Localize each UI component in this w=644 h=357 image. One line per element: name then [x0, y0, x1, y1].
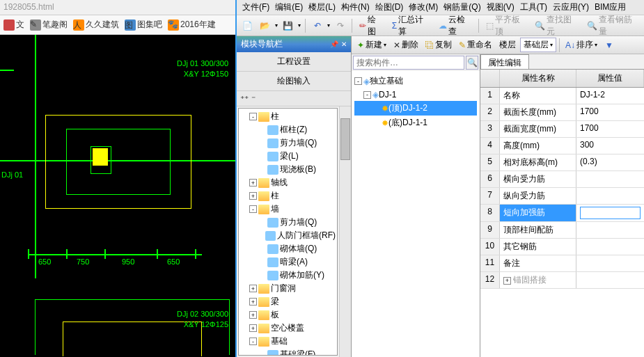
- tree-item[interactable]: 人防门框墙(RF): [240, 229, 336, 242]
- cad-label: DJj 01 300/300: [177, 59, 228, 68]
- sort-button[interactable]: A↓排序▾: [563, 38, 600, 52]
- tree-item[interactable]: 暗梁(A): [240, 255, 336, 269]
- property-row[interactable]: 5相对底标高(m)(0.3): [480, 154, 644, 171]
- property-row[interactable]: 11备注: [480, 255, 644, 272]
- property-row[interactable]: 4高度(mm)300: [480, 138, 644, 154]
- browser-url[interactable]: 1928055.html: [0, 0, 235, 15]
- cad-dim: 650: [167, 257, 180, 266]
- menu-edit[interactable]: 编辑(E): [272, 0, 306, 15]
- cad-drawing[interactable]: DJj 01 300/300 X&Y 12Φ150 DJj 01 650 750…: [0, 35, 235, 357]
- nav-mini-toolbar: ⁺⁺ ⁻: [237, 91, 351, 106]
- bookmark-item[interactable]: 文: [3, 19, 24, 31]
- component-item[interactable]: ✸ (顶)DJ-1-2: [354, 101, 477, 116]
- tree-item[interactable]: 砌体加筋(Y): [240, 269, 336, 282]
- draw-button[interactable]: ✏绘图: [356, 13, 386, 39]
- layer-select[interactable]: 基础层▾: [520, 38, 556, 52]
- component-item[interactable]: -◈ DJ-1: [354, 88, 477, 101]
- rebar-button[interactable]: 🔍查看钢筋量: [584, 13, 641, 39]
- property-row[interactable]: 7纵向受力筋: [480, 188, 644, 205]
- tree-item[interactable]: 框柱(Z): [240, 123, 336, 136]
- sum-button[interactable]: Σ汇总计算: [389, 13, 433, 39]
- pin-icon[interactable]: 📌: [330, 40, 338, 48]
- tab-property[interactable]: 属性编辑: [480, 54, 529, 69]
- property-row[interactable]: 8短向加强筋: [480, 205, 644, 222]
- header-value: 属性值: [576, 70, 644, 87]
- tree-item[interactable]: -基础: [240, 335, 336, 348]
- tree-item[interactable]: -墙: [240, 203, 336, 216]
- new-button[interactable]: ✦新建▾: [354, 38, 389, 52]
- nav-tree[interactable]: -柱框柱(Z)剪力墙(Q)梁(L)现浇板(B)+轴线+柱-墙剪力墙(Q)人防门框…: [238, 108, 338, 356]
- tree-item[interactable]: 现浇板(B): [240, 163, 336, 176]
- flat-button[interactable]: ⬚平齐板顶: [483, 13, 529, 39]
- scrollbar[interactable]: [339, 106, 351, 357]
- component-toolbar: ✦新建▾ ✕删除 ⿻复制 ✎重命名 楼层 基础层▾ A↓排序▾ ▼: [352, 36, 644, 54]
- menu-floor[interactable]: 楼层(L): [306, 0, 338, 15]
- tree-item[interactable]: +板: [240, 308, 336, 322]
- save-icon[interactable]: 💾: [281, 18, 295, 33]
- cad-dim: 950: [122, 257, 134, 266]
- tree-item[interactable]: +轴线: [240, 176, 336, 189]
- bookmark-item[interactable]: 图图集吧: [125, 19, 162, 31]
- tree-item[interactable]: 剪力墙(Q): [240, 216, 336, 229]
- rename-button[interactable]: ✎重命名: [456, 38, 495, 52]
- find-button[interactable]: 🔍查找图元: [532, 13, 581, 39]
- bookmark-bar: 文 ✎笔趣阁 人久久建筑 图图集吧 🐾2016年建: [0, 15, 235, 35]
- filter-icon[interactable]: ▼: [602, 38, 617, 53]
- cad-label: DJj 02 300/300: [177, 310, 228, 318]
- cad-label: X&Y 12Φ150: [184, 70, 228, 78]
- nav-tab-draw[interactable]: 绘图输入: [237, 72, 351, 91]
- bookmark-item[interactable]: 🐾2016年建: [168, 19, 216, 31]
- undo-icon[interactable]: ↶: [310, 18, 324, 33]
- cad-label: DJj 01: [1, 170, 23, 179]
- property-row[interactable]: 12+锚固搭接: [480, 272, 644, 289]
- tree-item[interactable]: +门窗洞: [240, 282, 336, 295]
- component-item[interactable]: ✸ (底)DJ-1-1: [354, 116, 477, 130]
- component-tree[interactable]: -◈ 独立基础-◈ DJ-1✸ (顶)DJ-1-2✸ (底)DJ-1-1: [352, 71, 480, 357]
- expand-icon[interactable]: ⁺⁺: [240, 94, 249, 104]
- open-icon[interactable]: 📂: [258, 18, 272, 33]
- cloud-check-button[interactable]: ☁云检查: [436, 13, 475, 39]
- property-row[interactable]: 9顶部柱间配筋: [480, 222, 644, 239]
- tree-item[interactable]: 基础梁(F): [240, 348, 336, 356]
- nav-tab-settings[interactable]: 工程设置: [237, 52, 351, 72]
- bookmark-item[interactable]: ✎笔趣阁: [30, 19, 68, 31]
- tree-item[interactable]: +空心楼盖: [240, 322, 336, 335]
- menu-file[interactable]: 文件(F): [239, 0, 272, 15]
- property-row[interactable]: 1名称DJ-1-2: [480, 88, 644, 104]
- property-row[interactable]: 2截面长度(mm)1700: [480, 104, 644, 121]
- tree-item[interactable]: 剪力墙(Q): [240, 136, 336, 150]
- main-toolbar: 📄 📂▾ 💾▾ ↶▾ ↷ ✏绘图 Σ汇总计算 ☁云检查 ⬚平齐板顶 🔍查找图元 …: [237, 15, 644, 36]
- tree-item[interactable]: -柱: [240, 110, 336, 123]
- delete-button[interactable]: ✕删除: [391, 38, 421, 52]
- property-row[interactable]: 6横向受力筋: [480, 171, 644, 188]
- tree-item[interactable]: +梁: [240, 295, 336, 308]
- close-icon[interactable]: ✕: [341, 40, 347, 48]
- component-item[interactable]: -◈ 独立基础: [354, 74, 477, 88]
- collapse-icon[interactable]: ⁻: [251, 94, 256, 104]
- property-grid[interactable]: 属性名称 属性值 1名称DJ-1-22截面长度(mm)17003截面宽度(mm)…: [480, 70, 644, 357]
- floor-select[interactable]: 楼层: [496, 38, 519, 52]
- redo-icon[interactable]: ↷: [333, 18, 347, 33]
- bookmark-item[interactable]: 人久久建筑: [73, 19, 119, 31]
- copy-button[interactable]: ⿻复制: [423, 38, 455, 52]
- header-name: 属性名称: [500, 70, 576, 87]
- property-row[interactable]: 3截面宽度(mm)1700: [480, 121, 644, 138]
- nav-header: 模块导航栏 📌✕: [237, 36, 351, 52]
- new-icon[interactable]: 📄: [240, 18, 255, 33]
- tree-item[interactable]: 梁(L): [240, 150, 336, 163]
- tree-item[interactable]: 砌体墙(Q): [240, 242, 336, 255]
- cad-dim: 650: [38, 257, 51, 266]
- search-input[interactable]: [353, 56, 464, 70]
- cad-dim: 750: [77, 257, 89, 266]
- property-row[interactable]: 10其它钢筋: [480, 239, 644, 255]
- cad-label: X&Y 12Φ125: [184, 320, 228, 328]
- search-button[interactable]: 🔍: [466, 56, 478, 70]
- tree-item[interactable]: +柱: [240, 189, 336, 203]
